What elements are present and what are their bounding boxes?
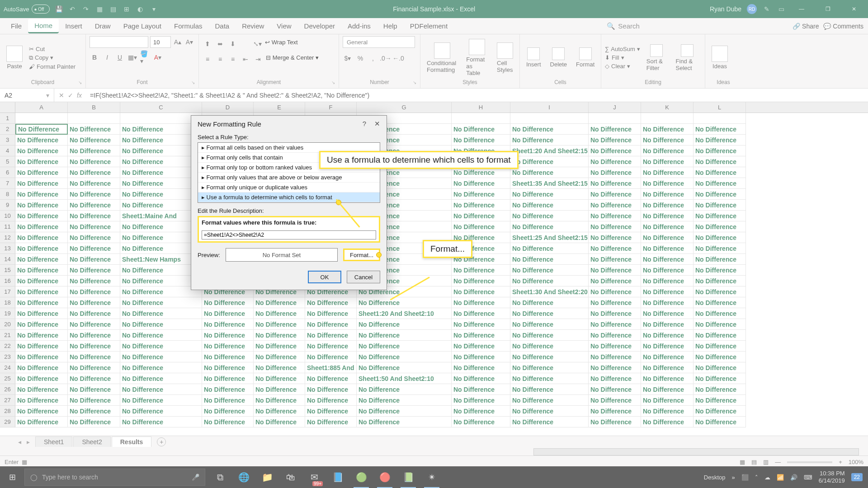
tab-nav-prev-icon[interactable]: ◂: [18, 438, 21, 446]
cell[interactable]: No Difference: [641, 276, 693, 286]
rule-type-item[interactable]: ▸ Format only values that are above or b…: [198, 173, 380, 183]
row-header[interactable]: 9: [0, 200, 15, 211]
cell[interactable]: No Difference: [357, 417, 452, 427]
cell[interactable]: No Difference: [15, 211, 68, 221]
cell[interactable]: No Difference: [589, 135, 641, 145]
clear-button[interactable]: ◇ Clear ▾: [605, 63, 640, 70]
cell[interactable]: No Difference: [641, 124, 693, 135]
tab-file[interactable]: File: [5, 19, 28, 33]
row-header[interactable]: 20: [0, 319, 15, 330]
row-header[interactable]: 16: [0, 276, 15, 286]
tab-developer[interactable]: Developer: [298, 19, 341, 33]
cell[interactable]: No Difference: [15, 276, 68, 286]
cell[interactable]: No Difference: [589, 384, 641, 395]
col-header[interactable]: E: [254, 102, 305, 113]
font-name-combo[interactable]: [90, 36, 148, 48]
paste-button[interactable]: Paste: [4, 45, 25, 70]
cell[interactable]: No Difference: [68, 352, 120, 362]
cell[interactable]: No Difference: [68, 406, 120, 417]
onedrive-icon[interactable]: ☁: [764, 474, 770, 481]
new-sheet-button[interactable]: +: [157, 437, 166, 446]
align-middle-icon[interactable]: ⬌: [215, 39, 225, 49]
cell[interactable]: No Difference: [510, 124, 589, 135]
cell[interactable]: No Difference: [68, 200, 120, 211]
cell[interactable]: No Difference: [589, 124, 641, 135]
cell[interactable]: No Difference: [202, 395, 254, 406]
cell[interactable]: No Difference: [120, 221, 202, 232]
cell[interactable]: No Difference: [452, 384, 510, 395]
cell[interactable]: No Difference: [510, 135, 589, 145]
cell[interactable]: [452, 113, 510, 124]
cell[interactable]: No Difference: [452, 189, 510, 200]
cell[interactable]: No Difference: [693, 178, 746, 189]
align-right-icon[interactable]: ≡: [228, 54, 238, 64]
cell[interactable]: No Difference: [641, 243, 693, 254]
cell[interactable]: No Difference: [641, 417, 693, 427]
cell[interactable]: No Difference: [693, 254, 746, 265]
autosum-button[interactable]: ∑ AutoSum ▾: [605, 46, 640, 52]
cell[interactable]: No Difference: [510, 352, 589, 362]
row-header[interactable]: 13: [0, 243, 15, 254]
cell[interactable]: No Difference: [452, 352, 510, 362]
cell[interactable]: No Difference: [68, 243, 120, 254]
merge-center-button[interactable]: ⊟ Merge & Center ▾: [266, 54, 319, 64]
cell[interactable]: No Difference: [202, 406, 254, 417]
qat-icon[interactable]: ▦: [95, 5, 104, 14]
cell[interactable]: No Difference: [202, 362, 254, 373]
language-icon[interactable]: ⌨: [804, 474, 812, 481]
cell[interactable]: No Difference: [68, 265, 120, 276]
cell[interactable]: Sheet1:New Hamps: [120, 254, 202, 265]
cell[interactable]: No Difference: [305, 406, 357, 417]
launcher-icon[interactable]: ↘: [78, 80, 82, 85]
cell[interactable]: No Difference: [68, 286, 120, 297]
cell[interactable]: No Difference: [510, 221, 589, 232]
row-header[interactable]: 11: [0, 221, 15, 232]
cell[interactable]: No Difference: [589, 341, 641, 352]
row-header[interactable]: 12: [0, 232, 15, 243]
cell[interactable]: Sheet1:Maine And: [120, 211, 202, 221]
cell[interactable]: No Difference: [693, 417, 746, 427]
cell[interactable]: No Difference: [202, 330, 254, 341]
cell[interactable]: No Difference: [202, 384, 254, 395]
mic-icon[interactable]: 🎤: [192, 474, 199, 481]
macro-record-icon[interactable]: ▦: [22, 459, 27, 465]
redo-icon[interactable]: ↷: [81, 5, 90, 14]
cell[interactable]: No Difference: [510, 319, 589, 330]
tab-page-layout[interactable]: Page Layout: [117, 19, 168, 33]
cell[interactable]: [120, 113, 202, 124]
cell[interactable]: No Difference: [120, 341, 202, 352]
sheet-tab[interactable]: Results: [112, 436, 152, 447]
cell[interactable]: No Difference: [15, 362, 68, 373]
autosave-toggle[interactable]: AutoSave ● Off: [4, 5, 50, 14]
tab-pdfelement[interactable]: PDFelement: [404, 19, 454, 33]
format-table-button[interactable]: Format as Table: [463, 38, 491, 77]
cell[interactable]: No Difference: [452, 362, 510, 373]
cell[interactable]: No Difference: [641, 352, 693, 362]
cell[interactable]: No Difference: [641, 232, 693, 243]
cell[interactable]: No Difference: [120, 232, 202, 243]
cell[interactable]: No Difference: [68, 384, 120, 395]
font-size-combo[interactable]: 10: [150, 36, 171, 48]
tab-draw[interactable]: Draw: [89, 19, 117, 33]
cell[interactable]: No Difference: [120, 178, 202, 189]
cell[interactable]: No Difference: [68, 135, 120, 145]
enter-formula-icon[interactable]: ✓: [68, 92, 73, 99]
sheet-tab[interactable]: Sheet1: [35, 436, 72, 447]
cell[interactable]: No Difference: [120, 156, 202, 167]
cell[interactable]: No Difference: [68, 232, 120, 243]
name-box[interactable]: A2▾: [0, 89, 54, 102]
cell[interactable]: No Difference: [452, 265, 510, 276]
cell[interactable]: No Difference: [693, 308, 746, 319]
cell[interactable]: No Difference: [15, 319, 68, 330]
cell[interactable]: [641, 113, 693, 124]
cell[interactable]: No Difference: [357, 352, 452, 362]
format-button[interactable]: Format...: [343, 249, 380, 261]
cell[interactable]: No Difference: [68, 308, 120, 319]
save-icon[interactable]: 💾: [54, 5, 63, 14]
cell[interactable]: No Difference: [68, 330, 120, 341]
align-bottom-icon[interactable]: ⬇: [228, 39, 238, 49]
cell[interactable]: No Difference: [641, 395, 693, 406]
cell[interactable]: No Difference: [693, 395, 746, 406]
app2-icon[interactable]: ✴: [421, 466, 442, 488]
cell[interactable]: No Difference: [452, 200, 510, 211]
